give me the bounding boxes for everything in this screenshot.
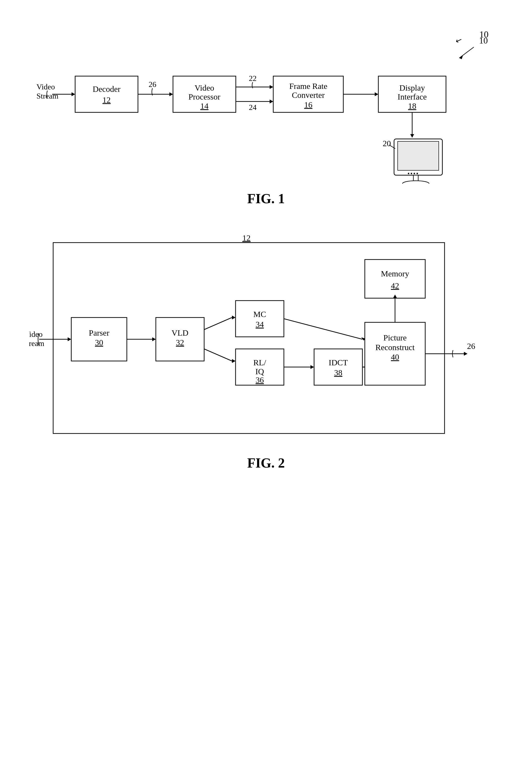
decoder-number: 12	[102, 95, 111, 104]
pr-label2: Reconstruct	[376, 343, 415, 352]
fig2-svg: 12 Video Stream Parser 30 VLD 32	[29, 230, 512, 448]
decoder-label: Decoder	[92, 85, 120, 93]
ref20-label: 20	[383, 139, 391, 148]
fig2-video-stream1: Video	[29, 330, 43, 338]
svg-marker-9	[270, 100, 273, 103]
mc-number: 34	[256, 320, 264, 329]
frc-label1: Frame Rate	[289, 82, 327, 90]
fig2-label: FIG. 2	[29, 455, 503, 471]
frc-label2: Converter	[292, 90, 325, 100]
fig2-video-stream2: Stream	[29, 339, 44, 348]
svg-marker-3	[72, 92, 75, 96]
ref26-label: 26	[149, 80, 156, 89]
fig1-label: FIG. 1	[29, 191, 503, 206]
fig1-svg: 10 Video Stream Decoder 12 26	[29, 34, 503, 184]
svg-point-19	[411, 173, 412, 174]
idct-box	[314, 349, 362, 385]
ref24-label: 24	[249, 103, 256, 112]
svg-point-18	[408, 173, 409, 174]
mc-label: MC	[253, 310, 266, 319]
svg-marker-40	[464, 352, 468, 356]
di-label2: Interface	[398, 92, 427, 101]
rliq-label1: RL/	[253, 358, 266, 367]
vld-number: 32	[176, 338, 184, 347]
video-processor-label1: Video	[194, 84, 214, 92]
di-number: 18	[408, 101, 416, 110]
video-processor-label2: Processor	[188, 92, 220, 101]
idct-number: 38	[334, 368, 342, 377]
parser-number: 30	[95, 338, 103, 347]
svg-rect-15	[398, 141, 439, 170]
pr-label1: Picture	[383, 333, 407, 342]
video-stream-label2: Stream	[37, 91, 58, 100]
svg-point-21	[416, 173, 418, 174]
fig1-container: 10 ↗ 10 Video Stream Decoder 12	[29, 34, 503, 206]
rliq-label2: IQ	[255, 367, 264, 376]
video-stream-label: Video	[37, 83, 55, 91]
outer-ref12: 12	[242, 233, 250, 242]
svg-line-0	[459, 47, 474, 58]
parser-label: Parser	[89, 328, 110, 337]
memory-number: 42	[391, 281, 399, 290]
svg-marker-7	[270, 85, 273, 89]
frc-number: 16	[304, 100, 313, 109]
video-processor-number: 14	[200, 101, 209, 110]
svg-point-20	[414, 173, 415, 174]
fig2-ref26: 26	[467, 342, 475, 351]
page: 10 ↗ 10 Video Stream Decoder 12	[0, 0, 532, 758]
svg-marker-5	[169, 92, 173, 96]
idct-label: IDCT	[329, 358, 348, 367]
memory-box	[365, 259, 425, 298]
decoder-box	[75, 76, 138, 112]
svg-point-17	[403, 181, 429, 184]
svg-marker-13	[410, 134, 414, 138]
vld-label: VLD	[172, 328, 188, 337]
rliq-number: 36	[256, 375, 264, 384]
svg-marker-11	[375, 92, 378, 96]
ref22-label: 22	[249, 74, 256, 83]
fig2-container: 12 Video Stream Parser 30 VLD 32	[29, 230, 503, 471]
pr-number: 40	[391, 353, 399, 362]
mc-box	[236, 300, 284, 337]
di-label1: Display	[399, 84, 425, 92]
memory-label: Memory	[381, 269, 409, 278]
ref-10: 10	[479, 29, 488, 40]
